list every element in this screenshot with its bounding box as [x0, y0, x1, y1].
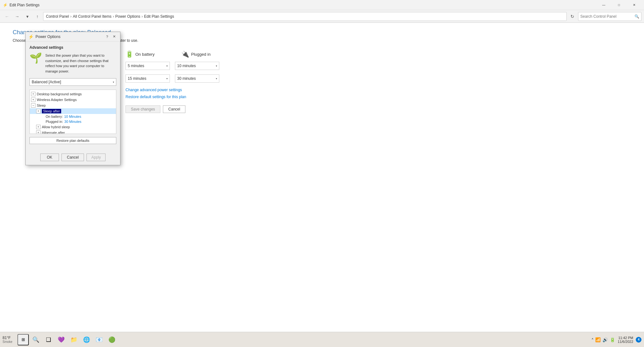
- taskbar-apps: 🔍 ❑ 💜 📁 🌐 📧 🟢: [30, 334, 118, 345]
- taskbar-explorer-button[interactable]: 📁: [68, 334, 80, 345]
- tree-subitem-on-battery: On battery: 10 Minutes: [30, 114, 116, 119]
- taskbar-tray: ^ 📶 🔊 🔋 11:42 PM 11/6/2022 4: [592, 336, 641, 344]
- breadcrumb-current: Edit Plan Settings: [144, 14, 174, 19]
- expand-icon[interactable]: +: [36, 125, 41, 129]
- tree-item-hybrid-sleep[interactable]: + Allow hybrid sleep: [30, 124, 116, 130]
- battery-icon: 🔋: [610, 337, 615, 342]
- dialog-desc-text: Select the power plan that you want to c…: [45, 53, 116, 74]
- forward-button[interactable]: →: [13, 12, 22, 21]
- plan-dropdown-value: Balanced [Active]: [32, 80, 61, 84]
- dialog-section-title: Advanced settings: [29, 45, 116, 50]
- weather-temp: 81°F: [3, 336, 10, 340]
- expand-icon[interactable]: +: [31, 98, 35, 102]
- sleep-after-label: Sleep after: [42, 109, 61, 113]
- taskbar-search-button[interactable]: 🔍: [30, 334, 42, 345]
- volume-icon: 🔊: [602, 337, 608, 342]
- tree-item-sleep-after[interactable]: + Sleep after: [30, 108, 116, 114]
- tray-chevron-icon[interactable]: ^: [592, 338, 593, 341]
- expand-icon[interactable]: +: [31, 92, 35, 96]
- address-bar: ← → ▾ ↑ Control Panel › All Control Pane…: [0, 10, 644, 23]
- expand-icon[interactable]: +: [36, 109, 41, 113]
- dialog-footer: OK Cancel Apply: [26, 151, 120, 165]
- tree-item-hibernate[interactable]: + Hibernate after: [30, 130, 116, 134]
- maximize-button[interactable]: □: [612, 0, 626, 10]
- start-button[interactable]: ⊞: [17, 334, 29, 345]
- breadcrumb-bar: Control Panel › All Control Panel Items …: [43, 12, 567, 21]
- clock-date: 11/6/2022: [618, 340, 633, 344]
- tree-item-desktop-bg[interactable]: + Desktop background settings: [30, 91, 116, 97]
- tray-time: 11:42 PM 11/6/2022: [618, 336, 633, 344]
- wifi-icon: 📶: [595, 337, 601, 342]
- tray-icons: ^ 📶 🔊 🔋: [592, 337, 615, 342]
- clock-time: 11:42 PM: [618, 336, 633, 340]
- dialog-title-bar: ⚡ Power Options ? ✕: [26, 32, 120, 41]
- window-icon: ⚡: [3, 3, 8, 8]
- tree-item-wireless[interactable]: + Wireless Adapter Settings: [30, 97, 116, 103]
- back-button[interactable]: ←: [3, 12, 11, 21]
- start-icon: ⊞: [22, 337, 25, 342]
- restore-plan-defaults-button[interactable]: Restore plan defaults: [29, 137, 116, 144]
- search-submit-button[interactable]: 🔍: [634, 14, 639, 19]
- dialog-icon: ⚡: [28, 34, 34, 39]
- expand-icon[interactable]: +: [36, 130, 41, 134]
- plan-dropdown[interactable]: Balanced [Active] ▾: [29, 78, 116, 86]
- dialog-body: Advanced settings 🌱 Select the power pla…: [26, 41, 120, 151]
- on-battery-value[interactable]: 10 Minutes: [64, 115, 81, 118]
- taskbar: 81°F Smoke ⊞ 🔍 ❑ 💜 📁 🌐 📧 🟢 ^ 📶 🔊 🔋 11:42…: [0, 332, 644, 347]
- refresh-button[interactable]: ↻: [568, 12, 577, 21]
- ok-button[interactable]: OK: [40, 154, 59, 161]
- dialog-close-button[interactable]: ✕: [111, 33, 118, 40]
- tree-subitem-plugged-in: Plugged in: 30 Minutes: [30, 119, 116, 124]
- taskbar-chrome-button[interactable]: 🌐: [81, 334, 92, 345]
- taskbar-weather: 81°F Smoke: [3, 336, 12, 344]
- power-plan-icon: 🌱: [29, 53, 42, 74]
- apply-button[interactable]: Apply: [87, 154, 106, 161]
- plugged-in-value[interactable]: 30 Minutes: [64, 120, 81, 123]
- collapse-icon[interactable]: –: [31, 103, 35, 108]
- settings-tree[interactable]: + Desktop background settings + Wireless…: [29, 90, 116, 134]
- dialog-help-button[interactable]: ?: [104, 33, 111, 40]
- breadcrumb-all-items[interactable]: All Control Panel Items: [73, 14, 112, 19]
- dialog-cancel-button[interactable]: Cancel: [61, 154, 84, 161]
- close-button[interactable]: ✕: [627, 0, 641, 10]
- notification-badge[interactable]: 4: [636, 337, 641, 343]
- taskbar-taskview-button[interactable]: ❑: [43, 334, 54, 345]
- dialog-title-text: Power Options: [35, 35, 104, 39]
- search-box[interactable]: 🔍: [578, 12, 641, 21]
- breadcrumb-power-options[interactable]: Power Options: [115, 14, 140, 19]
- taskbar-teams-button[interactable]: 💜: [55, 334, 67, 345]
- taskbar-app6-button[interactable]: 📧: [93, 334, 105, 345]
- weather-desc: Smoke: [3, 340, 12, 344]
- up-button[interactable]: ↑: [33, 12, 42, 21]
- chevron-down-icon: ▾: [113, 81, 114, 84]
- recent-button[interactable]: ▾: [23, 12, 32, 21]
- search-input[interactable]: [580, 14, 634, 19]
- dialog-desc-row: 🌱 Select the power plan that you want to…: [29, 53, 116, 74]
- taskbar-app7-button[interactable]: 🟢: [106, 334, 118, 345]
- breadcrumb-control-panel[interactable]: Control Panel: [46, 14, 69, 19]
- title-bar-text: Edit Plan Settings: [10, 3, 596, 7]
- title-bar: ⚡ Edit Plan Settings — □ ✕: [0, 0, 644, 10]
- title-bar-controls: — □ ✕: [596, 0, 641, 10]
- tree-item-sleep[interactable]: – Sleep: [30, 103, 116, 108]
- dialog-overlay: ⚡ Power Options ? ✕ Advanced settings 🌱 …: [0, 23, 644, 332]
- minimize-button[interactable]: —: [596, 0, 611, 10]
- power-options-dialog: ⚡ Power Options ? ✕ Advanced settings 🌱 …: [25, 32, 120, 165]
